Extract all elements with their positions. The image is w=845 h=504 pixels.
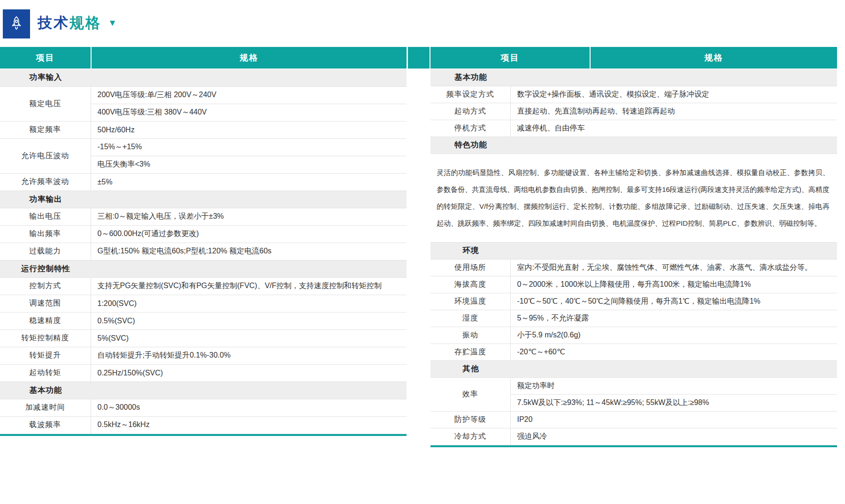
- table-row: 效率额定功率时: [430, 377, 837, 394]
- spec-label-cell: 稳速精度: [0, 312, 91, 329]
- section-row: 其他: [430, 360, 837, 377]
- spec-label-cell: 转矩控制精度: [0, 329, 91, 347]
- table-row: 转矩控制精度5%(SVC): [0, 329, 407, 347]
- section-row: 特色功能: [430, 137, 837, 153]
- spec-value-cell: 自动转矩提升;手动转矩提升0.1%-30.0%: [91, 347, 407, 364]
- spec-label-cell: 控制方式: [0, 277, 91, 295]
- table-row: 防护等级IP20: [430, 411, 837, 428]
- spec-value-cell: 小于5.9 m/s2(0.6g): [510, 327, 837, 344]
- table-row: 加减速时间0.0～30000s: [0, 399, 407, 416]
- table-row: 环境温度-10℃～50℃，40℃～50℃之间降额使用，每升高1℃，额定输出电流降…: [430, 293, 837, 310]
- spec-page: 技术 规格 ▼ 项目 规格 功率输入 额定电压200V电压等级:单/三相 200…: [0, 0, 845, 447]
- spec-value-cell: 直接起动、先直流制动再起动、转速追踪再起动: [510, 103, 837, 120]
- section-label: 基本功能: [0, 385, 91, 396]
- table-row: 额定电压200V电压等级:单/三相 200V～240V: [0, 86, 407, 104]
- section-label: 功率输出: [0, 194, 91, 205]
- right-table-body: 基本功能 频率设定方式数字设定+操作面板、通讯设定、模拟设定、端子脉冲设定 起动…: [430, 69, 837, 445]
- table-row: 允许频率波动±5%: [0, 173, 407, 191]
- spec-value-cell: 400V电压等级:三相 380V～440V: [91, 104, 407, 121]
- spec-value-cell: 5～95%，不允许凝露: [510, 310, 837, 327]
- table-row: 控制方式支持无PG矢量控制(SVC)和有PG矢量控制(FVC)、V/F控制，支持…: [0, 277, 407, 295]
- spec-value-cell: G型机:150% 额定电流60s;P型机:120% 额定电流60s: [91, 243, 407, 260]
- right-header-spec: 规格: [591, 47, 837, 69]
- spec-value-cell: 数字设定+操作面板、通讯设定、模拟设定、端子脉冲设定: [510, 86, 837, 103]
- spec-value-cell: 0.25Hz/150%(SVC): [91, 364, 407, 382]
- spec-value-cell: 0.5%(SVC): [91, 312, 407, 329]
- section-label: 功率输入: [0, 72, 91, 83]
- table-row: 输出电压三相:0～额定输入电压，误差小于±3%: [0, 208, 407, 225]
- table-row: 湿度5～95%，不允许凝露: [430, 310, 837, 327]
- left-table-body: 功率输入 额定电压200V电压等级:单/三相 200V～240V 400V电压等…: [0, 69, 407, 434]
- page-title-part-teal: 规格: [69, 13, 101, 33]
- table-row: 调速范围1:200(SVC): [0, 295, 407, 312]
- spec-value-cell: IP20: [510, 411, 837, 428]
- feature-paragraph-row: 灵活的功能码显隐性、风扇控制、多功能键设置、各种主辅给定和切换、多种加减速曲线选…: [430, 153, 837, 242]
- spec-label-cell: 海拔高度: [430, 276, 510, 293]
- feature-paragraph: 灵活的功能码显隐性、风扇控制、多功能键设置、各种主辅给定和切换、多种加减速曲线选…: [430, 153, 837, 242]
- table-row: 输出频率0～600.00Hz(可通过参数更改): [0, 225, 407, 243]
- spec-value-cell: 7.5kW及以下:≥93%; 11～45kW:≥95%; 55kW及以上:≥98…: [510, 394, 837, 411]
- spec-value-cell: -20℃～+60℃: [510, 344, 837, 360]
- spec-label-cell: 调速范围: [0, 295, 91, 312]
- spec-label-cell: 过载能力: [0, 243, 91, 260]
- spec-value-cell: 5%(SVC): [91, 329, 407, 347]
- table-row: 起动方式直接起动、先直流制动再起动、转速追踪再起动: [430, 103, 837, 120]
- right-table-header: 项目 规格: [430, 47, 837, 69]
- spec-label-cell: 存贮温度: [430, 344, 510, 360]
- section-row: 基本功能: [0, 382, 407, 399]
- section-row: 环境: [430, 242, 837, 259]
- left-spec-table: 项目 规格 功率输入 额定电压200V电压等级:单/三相 200V～240V 4…: [0, 47, 407, 436]
- left-table-header: 项目 规格: [0, 47, 407, 69]
- spec-label-cell: 环境温度: [430, 293, 510, 310]
- spec-label-cell: 效率: [430, 377, 510, 411]
- table-row: 冷却方式强迫风冷: [430, 428, 837, 445]
- spec-value-cell: 支持无PG矢量控制(SVC)和有PG矢量控制(FVC)、V/F控制，支持速度控制…: [91, 277, 407, 295]
- spec-value-cell: ±5%: [91, 173, 407, 191]
- section-label: 特色功能: [431, 140, 511, 150]
- spec-value-cell: 三相:0～额定输入电压，误差小于±3%: [91, 208, 407, 225]
- table-row: 转矩提升自动转矩提升;手动转矩提升0.1%-30.0%: [0, 347, 407, 364]
- spec-label-cell: 加减速时间: [0, 399, 91, 416]
- spec-label-cell: 停机方式: [430, 120, 510, 137]
- spec-value-cell: 室内:不受阳光直射，无尘埃、腐蚀性气体、可燃性气体、油雾、水蒸气、滴水或盐分等。: [510, 259, 837, 276]
- spec-value-cell: 0～2000米，1000米以上降额使用，每升高100米，额定输出电流降1%: [510, 276, 837, 293]
- spec-label-cell: 允许频率波动: [0, 173, 91, 191]
- title-bar: 技术 规格 ▼: [0, 0, 845, 47]
- section-row: 运行控制特性: [0, 260, 407, 277]
- section-label: 基本功能: [431, 72, 511, 83]
- spec-label-cell: 振动: [430, 327, 510, 344]
- spec-value-cell: 1:200(SVC): [91, 295, 407, 312]
- page-title: 技术 规格 ▼: [38, 13, 117, 33]
- rocket-icon: [8, 15, 25, 33]
- spec-value-cell: -10℃～50℃，40℃～50℃之间降额使用，每升高1℃，额定输出电流降1%: [510, 293, 837, 310]
- spec-label-cell: 允许电压波动: [0, 138, 91, 173]
- table-row: 使用场所室内:不受阳光直射，无尘埃、腐蚀性气体、可燃性气体、油雾、水蒸气、滴水或…: [430, 259, 837, 276]
- right-header-item: 项目: [430, 47, 590, 69]
- spec-label-cell: 起动转矩: [0, 364, 91, 382]
- header-divider-block: [408, 47, 430, 69]
- spec-value-cell: 0.5kHz～16kHz: [91, 416, 407, 434]
- spec-label-cell: 输出电压: [0, 208, 91, 225]
- table-row: 允许电压波动-15%～+15%: [0, 138, 407, 156]
- page-title-part-blue: 技术: [38, 13, 69, 33]
- table-row: 额定频率50Hz/60Hz: [0, 121, 407, 138]
- spec-label-cell: 转矩提升: [0, 347, 91, 364]
- table-row: 稳速精度0.5%(SVC): [0, 312, 407, 329]
- spec-value-cell: 减速停机、自由停车: [510, 120, 837, 137]
- table-row: 停机方式减速停机、自由停车: [430, 120, 837, 137]
- spec-label-cell: 额定电压: [0, 86, 91, 121]
- left-header-spec: 规格: [92, 47, 407, 69]
- section-label: 运行控制特性: [0, 264, 91, 274]
- right-spec-table: 项目 规格 基本功能 频率设定方式数字设定+操作面板、通讯设定、模拟设定、端子脉…: [430, 47, 837, 447]
- spec-label-cell: 使用场所: [430, 259, 510, 276]
- table-row: 过载能力G型机:150% 额定电流60s;P型机:120% 额定电流60s: [0, 243, 407, 260]
- table-divider-gap: [407, 47, 430, 69]
- table-row: 振动小于5.9 m/s2(0.6g): [430, 327, 837, 344]
- spec-label-cell: 载波频率: [0, 416, 91, 434]
- spec-label-cell: 输出频率: [0, 225, 91, 243]
- spec-value-cell: 额定功率时: [510, 377, 837, 394]
- spec-label-cell: 起动方式: [430, 103, 510, 120]
- left-header-item: 项目: [0, 47, 91, 69]
- spec-value-cell: -15%～+15%: [91, 138, 407, 156]
- section-row: 基本功能: [430, 69, 837, 86]
